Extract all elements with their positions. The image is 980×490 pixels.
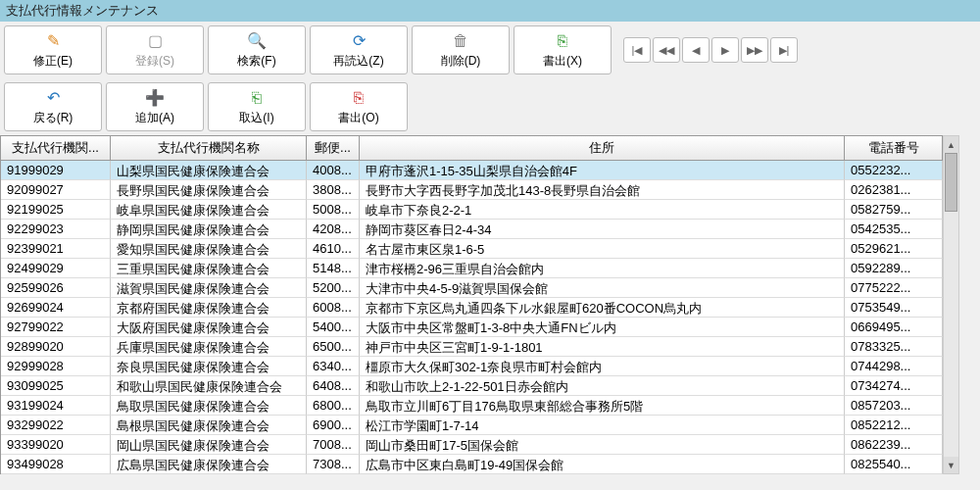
table-row[interactable]: 93299022島根県国民健康保険連合会6900...松江市学園町1-7-140… [1, 416, 943, 435]
cell-name: 広島県国民健康保険連合会 [111, 455, 307, 474]
cell-tel: 0783325... [845, 337, 943, 357]
scroll-track[interactable] [944, 153, 958, 457]
data-grid[interactable]: 支払代行機関... 支払代行機関名称 郵便... 住所 電話番号 9199902… [0, 135, 943, 474]
table-row[interactable]: 92399021愛知県国民健康保険連合会4610...名古屋市東区泉1-6-50… [1, 239, 943, 259]
save-button[interactable]: ▢ 登録(S) [106, 25, 204, 74]
cell-post: 3808... [307, 180, 360, 200]
nav-first-button[interactable]: |◀ [623, 37, 651, 63]
cell-post: 6340... [307, 357, 360, 376]
table-row[interactable]: 93199024鳥取県国民健康保険連合会6800...鳥取市立川町6丁目176鳥… [1, 396, 943, 416]
scroll-down-icon[interactable]: ▼ [944, 457, 958, 473]
table-row[interactable]: 92299023静岡県国民健康保険連合会4208...静岡市葵区春日2-4-34… [1, 220, 943, 239]
cell-name: 岐阜県国民健康保険連合会 [111, 200, 307, 220]
vertical-scrollbar[interactable]: ▲ ▼ [943, 135, 959, 474]
undo-icon: ↶ [47, 88, 60, 108]
window: 支払代行情報メンテナンス ✎ 修正(E) ▢ 登録(S) 🔍 検索(F) ⟳ 再… [0, 0, 980, 490]
export2-button[interactable]: ⎘ 書出(O) [310, 82, 408, 131]
nav-next-button[interactable]: ▶ [711, 37, 739, 63]
table-row[interactable]: 92199025岐阜県国民健康保険連合会5008...岐阜市下奈良2-2-105… [1, 200, 943, 220]
table-row[interactable]: 93499028広島県国民健康保険連合会7308...広島市中区東白島町19-4… [1, 455, 943, 474]
cell-code: 93299022 [1, 416, 111, 435]
cell-post: 4008... [307, 161, 360, 180]
grid-header: 支払代行機関... 支払代行機関名称 郵便... 住所 電話番号 [1, 136, 943, 161]
table-row[interactable]: 91999029山梨県国民健康保険連合会4008...甲府市蓬沢1-15-35山… [1, 161, 943, 180]
cell-tel: 0852212... [845, 416, 943, 435]
cell-addr: 松江市学園町1-7-14 [360, 416, 845, 435]
cell-name: 京都府国民健康保険連合会 [111, 298, 307, 318]
cell-post: 6800... [307, 396, 360, 416]
cell-post: 7308... [307, 455, 360, 474]
import-icon: ⎗ [252, 88, 262, 108]
nav-prev-button[interactable]: ◀ [682, 37, 710, 63]
cell-name: 和歌山県国民健康保険連合会 [111, 376, 307, 396]
cell-code: 92799022 [1, 318, 111, 337]
scroll-thumb[interactable] [945, 153, 957, 212]
cell-name: 長野県国民健康保険連合会 [111, 180, 307, 200]
back-button[interactable]: ↶ 戻る(R) [4, 82, 102, 131]
table-row[interactable]: 92499029三重県国民健康保険連合会5148...津市桜橋2-96三重県自治… [1, 259, 943, 278]
cell-name: 三重県国民健康保険連合会 [111, 259, 307, 278]
grid-wrap: 支払代行機関... 支払代行機関名称 郵便... 住所 電話番号 9199902… [0, 135, 980, 474]
cell-addr: 大阪市中央区常盤町1-3-8中央大通FNビル内 [360, 318, 845, 337]
cell-post: 7008... [307, 435, 360, 455]
table-row[interactable]: 93099025和歌山県国民健康保険連合会6408...和歌山市吹上2-1-22… [1, 376, 943, 396]
cell-name: 鳥取県国民健康保険連合会 [111, 396, 307, 416]
table-row[interactable]: 92099027長野県国民健康保険連合会3808...長野市大字西長野字加茂北1… [1, 180, 943, 200]
cell-code: 92199025 [1, 200, 111, 220]
cell-tel: 0734274... [845, 376, 943, 396]
cell-tel: 0857203... [845, 396, 943, 416]
col-header-code[interactable]: 支払代行機関... [1, 136, 111, 161]
cell-tel: 0862239... [845, 435, 943, 455]
cell-code: 92899020 [1, 337, 111, 357]
cell-addr: 和歌山市吹上2-1-22-501日赤会館内 [360, 376, 845, 396]
search-button[interactable]: 🔍 検索(F) [208, 25, 306, 74]
cell-name: 岡山県国民健康保険連合会 [111, 435, 307, 455]
cell-addr: 長野市大字西長野字加茂北143-8長野県自治会館 [360, 180, 845, 200]
toolbar-secondary: ↶ 戻る(R) ➕ 追加(A) ⎗ 取込(I) ⎘ 書出(O) [0, 78, 980, 135]
cell-code: 92399021 [1, 239, 111, 259]
delete-button[interactable]: 🗑 削除(D) [412, 25, 510, 74]
add-button[interactable]: ➕ 追加(A) [106, 82, 204, 131]
cell-tel: 0669495... [845, 318, 943, 337]
grid-body: 91999029山梨県国民健康保険連合会4008...甲府市蓬沢1-15-35山… [1, 161, 943, 474]
cell-code: 92099027 [1, 180, 111, 200]
nav-next-page-button[interactable]: ▶▶ [741, 37, 768, 63]
cell-code: 92999028 [1, 357, 111, 376]
col-header-tel[interactable]: 電話番号 [845, 136, 943, 161]
cell-tel: 0744298... [845, 357, 943, 376]
cell-tel: 0775222... [845, 278, 943, 298]
col-header-name[interactable]: 支払代行機関名称 [111, 136, 307, 161]
cell-addr: 神戸市中央区三宮町1-9-1-1801 [360, 337, 845, 357]
table-row[interactable]: 93399020岡山県国民健康保険連合会7008...岡山市桑田町17-5国保会… [1, 435, 943, 455]
cell-addr: 大津市中央4-5-9滋賀県国保会館 [360, 278, 845, 298]
cell-tel: 0552232... [845, 161, 943, 180]
table-row[interactable]: 92799022大阪府国民健康保険連合会5400...大阪市中央区常盤町1-3-… [1, 318, 943, 337]
table-row[interactable]: 92999028奈良県国民健康保険連合会6340...橿原市大久保町302-1奈… [1, 357, 943, 376]
cell-name: 奈良県国民健康保険連合会 [111, 357, 307, 376]
table-row[interactable]: 92599026滋賀県国民健康保険連合会5200...大津市中央4-5-9滋賀県… [1, 278, 943, 298]
col-header-post[interactable]: 郵便... [307, 136, 360, 161]
reload-button[interactable]: ⟳ 再読込(Z) [310, 25, 408, 74]
cell-name: 島根県国民健康保険連合会 [111, 416, 307, 435]
cell-addr: 津市桜橋2-96三重県自治会館内 [360, 259, 845, 278]
cell-code: 92599026 [1, 278, 111, 298]
cell-name: 滋賀県国民健康保険連合会 [111, 278, 307, 298]
magnifier-icon: 🔍 [247, 31, 267, 51]
scroll-up-icon[interactable]: ▲ [944, 136, 958, 153]
nav-prev-page-button[interactable]: ◀◀ [653, 37, 680, 63]
cell-tel: 0262381... [845, 180, 943, 200]
nav-last-button[interactable]: ▶| [770, 37, 798, 63]
cell-post: 4610... [307, 239, 360, 259]
cell-code: 92499029 [1, 259, 111, 278]
export-button[interactable]: ⎘ 書出(X) [514, 25, 612, 74]
export2-icon: ⎘ [354, 88, 364, 108]
refresh-icon: ⟳ [353, 31, 366, 51]
col-header-addr[interactable]: 住所 [360, 136, 845, 161]
trash-icon: 🗑 [453, 31, 468, 51]
export-icon: ⎘ [558, 31, 567, 51]
cell-tel: 0592289... [845, 259, 943, 278]
edit-button[interactable]: ✎ 修正(E) [4, 25, 102, 74]
table-row[interactable]: 92699024京都府国民健康保険連合会6008...京都市下京区烏丸通四条下ル… [1, 298, 943, 318]
import-button[interactable]: ⎗ 取込(I) [208, 82, 306, 131]
table-row[interactable]: 92899020兵庫県国民健康保険連合会6500...神戸市中央区三宮町1-9-… [1, 337, 943, 357]
